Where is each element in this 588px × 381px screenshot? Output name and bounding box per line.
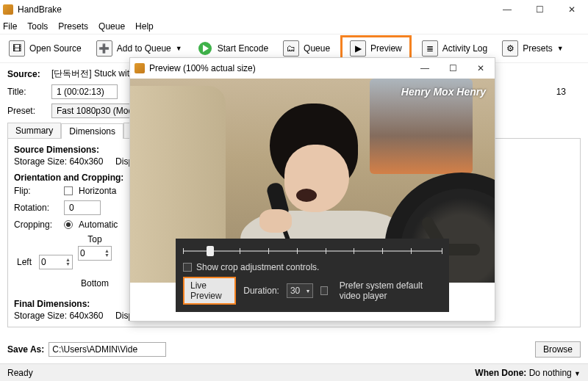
add-to-queue-button[interactable]: ➕ Add to Queue ▼: [92, 37, 187, 59]
rotation-label: Rotation:: [14, 203, 58, 213]
angle-text: 13: [556, 87, 581, 97]
play-icon: [197, 40, 213, 57]
preview-icon: ▶: [350, 40, 366, 57]
app-logo-icon: [3, 4, 13, 15]
chevron-down-icon: ▼: [574, 370, 581, 377]
cropping-label: Cropping:: [14, 219, 58, 230]
flip-label: Flip:: [14, 186, 58, 196]
preview-titlebar: Preview (100% actual size) — ☐ ✕: [130, 58, 495, 79]
queue-button[interactable]: 🗂 Queue: [279, 37, 334, 59]
open-source-button[interactable]: 🎞 Open Source: [4, 37, 86, 59]
activity-log-button[interactable]: ≣ Activity Log: [417, 37, 492, 59]
preset-label: Preset:: [7, 106, 46, 116]
frame-slider[interactable]: [183, 244, 442, 258]
add-to-queue-label: Add to Queue: [117, 43, 171, 54]
maximize-button[interactable]: ☐: [523, 0, 556, 19]
crop-top-input[interactable]: 0▲▼: [78, 246, 112, 261]
save-as-input[interactable]: [49, 342, 166, 357]
minimize-button[interactable]: —: [491, 0, 523, 19]
duration-label: Duration:: [243, 286, 279, 296]
live-preview-button[interactable]: Live Preview: [183, 277, 236, 305]
flip-horizontal-label: Horizonta: [79, 186, 116, 196]
crop-left-input[interactable]: 0▲▼: [39, 255, 73, 269]
duration-select[interactable]: 30▾: [287, 283, 313, 298]
app-logo-icon: [135, 63, 145, 73]
orientation-header: Orientation and Cropping:: [14, 173, 123, 183]
when-done-select[interactable]: Do nothing ▼: [529, 368, 581, 378]
cropping-automatic-label: Automatic: [79, 219, 118, 230]
title-select[interactable]: 1 (00:02:13): [51, 84, 118, 99]
preset-select[interactable]: Fast 1080p30 (Modi: [51, 104, 140, 118]
open-source-label: Open Source: [29, 43, 82, 54]
preview-button[interactable]: ▶ Preview: [350, 40, 402, 57]
queue-icon: 🗂: [283, 40, 299, 57]
menu-tools[interactable]: Tools: [27, 21, 48, 32]
preview-window: Preview (100% actual size) — ☐ ✕ Henry M…: [129, 57, 495, 322]
add-queue-icon: ➕: [96, 40, 112, 57]
tab-dimensions[interactable]: Dimensions: [61, 123, 123, 139]
show-crop-checkbox[interactable]: [183, 263, 192, 272]
source-label: Source:: [7, 69, 46, 79]
film-icon: 🎞: [9, 40, 25, 57]
tab-summary[interactable]: Summary: [7, 123, 61, 138]
preview-title: Preview (100% actual size): [149, 63, 256, 73]
menu-presets[interactable]: Presets: [58, 21, 88, 32]
crop-left-label: Left: [17, 257, 32, 267]
main-titlebar: HandBrake — ☐ ✕: [0, 0, 588, 19]
menu-queue[interactable]: Queue: [98, 21, 125, 32]
presets-button[interactable]: ⚙ Presets ▼: [498, 37, 568, 59]
final-storage-size: Storage Size: 640x360: [14, 311, 103, 321]
start-encode-button[interactable]: Start Encode: [193, 37, 273, 59]
app-title: HandBrake: [18, 4, 62, 15]
menubar: File Tools Presets Queue Help: [0, 19, 588, 34]
log-icon: ≣: [422, 40, 438, 57]
status-ready: Ready: [7, 368, 33, 378]
title-label: Title:: [7, 87, 46, 97]
chevron-down-icon: ▼: [176, 45, 182, 52]
crop-bottom-label: Bottom: [81, 278, 109, 289]
storage-size: Storage Size: 640x360: [14, 156, 103, 167]
start-encode-label: Start Encode: [218, 43, 268, 54]
crop-top-label: Top: [87, 234, 101, 244]
presets-icon: ⚙: [502, 40, 518, 57]
source-value: [단독버전] Stuck with: [51, 68, 135, 80]
prefer-player-checkbox[interactable]: [320, 286, 328, 295]
browse-button[interactable]: Browse: [535, 341, 581, 358]
activity-log-label: Activity Log: [442, 43, 487, 54]
preview-controls: Show crop adjustment controls. Live Prev…: [176, 239, 449, 312]
save-as-label: Save As:: [7, 344, 44, 355]
show-crop-label: Show crop adjustment controls.: [196, 262, 319, 272]
when-done-label: When Done:: [475, 368, 526, 378]
preview-close-button[interactable]: ✕: [467, 58, 495, 79]
chevron-down-icon: ▾: [306, 288, 309, 294]
statusbar: Ready When Done: Do nothing ▼: [0, 363, 588, 381]
presets-label: Presets: [523, 43, 553, 54]
queue-label: Queue: [304, 43, 330, 54]
save-as-row: Save As: Browse: [7, 341, 581, 358]
final-dimensions-header: Final Dimensions:: [14, 299, 90, 309]
chevron-down-icon: ▼: [557, 45, 564, 52]
cropping-automatic-radio[interactable]: [64, 220, 73, 229]
source-dimensions-header: Source Dimensions:: [14, 145, 99, 155]
video-watermark: Henry Mox Henry: [401, 86, 486, 98]
preview-label: Preview: [370, 43, 402, 54]
flip-horizontal-checkbox[interactable]: [64, 186, 73, 195]
menu-file[interactable]: File: [3, 21, 17, 32]
rotation-select[interactable]: 0: [64, 200, 101, 215]
close-button[interactable]: ✕: [556, 0, 588, 19]
prefer-player-label: Prefer system default video player: [340, 280, 442, 301]
preview-maximize-button[interactable]: ☐: [439, 58, 467, 79]
menu-help[interactable]: Help: [135, 21, 154, 32]
preview-minimize-button[interactable]: —: [411, 58, 439, 79]
